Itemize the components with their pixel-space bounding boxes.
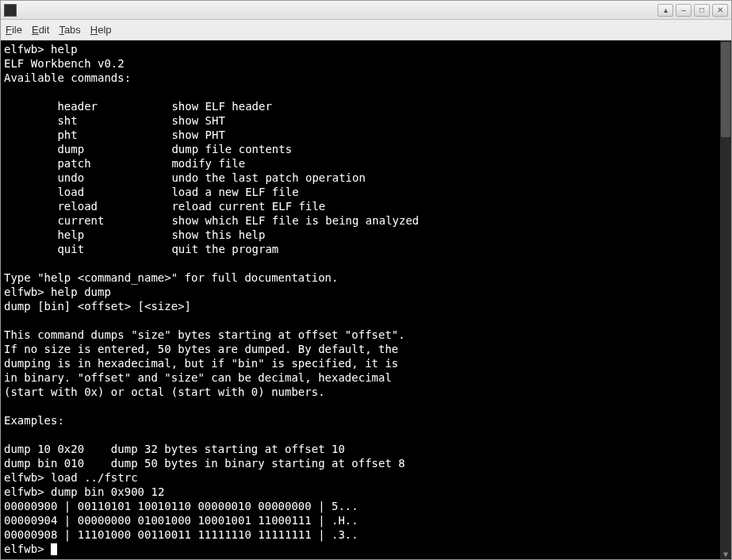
cursor <box>51 543 57 555</box>
full-doc-line: Type "help <command_name>" for full docu… <box>4 271 338 284</box>
typed-cmd: load ../fstrc <box>51 471 138 484</box>
dump-output: 00000900 | 00110101 10010110 00000010 00… <box>4 500 358 512</box>
cmd-desc: load a new ELF file <box>171 186 298 198</box>
cmd-name: pht <box>57 128 171 142</box>
scroll-down-icon[interactable]: ▼ <box>721 550 730 559</box>
menubar: File Edit Tabs Help <box>1 20 731 40</box>
cmd-desc: reload current ELF file <box>171 200 325 213</box>
prompt: elfwb> <box>4 286 51 298</box>
help-row: undoundo the last patch operation <box>4 171 366 184</box>
cmd-name: load <box>57 185 171 199</box>
cmd-name: quit <box>57 242 171 256</box>
menu-edit-rest: dit <box>39 24 50 36</box>
dump-desc: (start with 0x) or octal (start with 0) … <box>4 385 325 398</box>
help-row: reloadreload current ELF file <box>4 200 325 213</box>
help-row: helpshow this help <box>4 228 265 241</box>
terminal-window: ▴ – □ ✕ File Edit Tabs Help elfwb> help … <box>0 0 732 560</box>
menu-edit[interactable]: Edit <box>32 24 49 36</box>
scroll-thumb[interactable] <box>721 42 730 137</box>
cmd-desc: quit the program <box>171 243 278 255</box>
cmd-name: help <box>57 228 171 242</box>
dump-output: 00000908 | 11101000 00110011 11111110 11… <box>4 528 358 541</box>
minimize-button[interactable]: – <box>676 4 692 17</box>
prompt: elfwb> <box>4 43 51 56</box>
cmd-name: sht <box>57 113 171 128</box>
titlebar[interactable]: ▴ – □ ✕ <box>1 1 731 20</box>
help-row: phtshow PHT <box>4 128 225 141</box>
cmd-desc: dump file contents <box>171 143 292 155</box>
cmd-name: header <box>57 99 171 113</box>
available-line: Available commands: <box>4 71 131 84</box>
rollup-button[interactable]: ▴ <box>657 4 673 17</box>
window-controls: ▴ – □ ✕ <box>657 4 728 17</box>
menu-help-rest: elp <box>98 24 111 36</box>
cmd-desc: show this help <box>171 228 265 241</box>
example-line: dump 10 0x20 dump 32 bytes starting at o… <box>4 443 345 455</box>
example-line: dump bin 010 dump 50 bytes in binary sta… <box>4 457 405 470</box>
typed-cmd: help <box>51 43 78 56</box>
help-row: currentshow which ELF file is being anal… <box>4 214 419 227</box>
cmd-name: patch <box>57 156 171 171</box>
cmd-desc: undo the last patch operation <box>171 171 365 184</box>
maximize-button[interactable]: □ <box>694 4 710 17</box>
menu-file-rest: ile <box>12 24 22 36</box>
menu-tabs-rest: abs <box>64 24 81 36</box>
help-row: headershow ELF header <box>4 100 272 113</box>
typed-cmd: help dump <box>51 286 111 298</box>
help-row: dumpdump file contents <box>4 143 292 155</box>
prompt: elfwb> <box>4 543 51 555</box>
menu-file[interactable]: File <box>6 24 22 36</box>
dump-output: 00000904 | 00000000 01001000 10001001 11… <box>4 514 358 527</box>
cmd-name: current <box>57 213 171 228</box>
cmd-desc: show SHT <box>171 114 224 127</box>
terminal-icon <box>4 4 17 17</box>
version-line: ELF Workbench v0.2 <box>4 57 125 70</box>
dump-desc: If no size is entered, 50 bytes are dump… <box>4 343 398 355</box>
cmd-desc: show PHT <box>171 128 224 141</box>
help-row: loadload a new ELF file <box>4 186 299 198</box>
typed-cmd: dump bin 0x900 12 <box>51 485 164 498</box>
prompt: elfwb> <box>4 485 51 498</box>
close-button[interactable]: ✕ <box>712 4 728 17</box>
menu-tabs[interactable]: Tabs <box>59 24 80 36</box>
cmd-desc: show which ELF file is being analyzed <box>171 214 419 227</box>
terminal-area[interactable]: elfwb> help ELF Workbench v0.2 Available… <box>1 40 731 559</box>
help-row: shtshow SHT <box>4 114 225 127</box>
cmd-desc: show ELF header <box>171 100 271 113</box>
dump-desc: This command dumps "size" bytes starting… <box>4 328 405 341</box>
cmd-name: reload <box>57 199 171 213</box>
dump-usage: dump [bin] <offset> [<size>] <box>4 300 191 313</box>
menu-help[interactable]: Help <box>90 24 112 36</box>
cmd-name: dump <box>57 142 171 156</box>
dump-desc: dumping is in hexadecimal, but if "bin" … <box>4 357 398 370</box>
prompt: elfwb> <box>4 471 51 484</box>
dump-desc: in binary. "offset" and "size" can be de… <box>4 371 392 384</box>
cmd-name: undo <box>57 171 171 185</box>
cmd-desc: modify file <box>171 157 245 170</box>
help-row: patchmodify file <box>4 157 245 170</box>
scrollbar[interactable]: ▲ ▼ <box>720 40 731 559</box>
help-row: quitquit the program <box>4 243 278 255</box>
examples-header: Examples: <box>4 414 64 427</box>
